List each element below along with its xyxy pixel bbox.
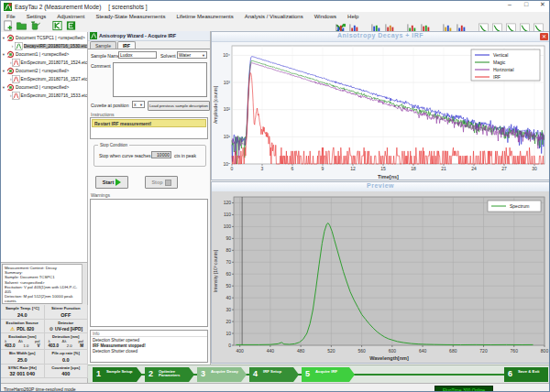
decay-analysis-icon-2[interactable]	[491, 21, 503, 32]
wizard-step-2[interactable]: 2Optimize Parameters	[145, 367, 194, 382]
step-number: 6	[508, 369, 512, 378]
cuvette-position-label: Cuvette at position	[91, 103, 128, 108]
step-number: 3	[201, 369, 205, 378]
sample-temp-field: Sample Temp. [°C] 24.0	[1, 305, 45, 319]
parameter-grid: Sample Temp. [°C] 24.0 Stirrer Function …	[1, 305, 88, 378]
close-button[interactable]: ✕	[538, 1, 547, 8]
stop-counts-input[interactable]	[151, 151, 171, 158]
menu-item-help[interactable]: Help	[342, 14, 364, 19]
detector-icon: ⚙	[49, 326, 52, 332]
preview-chart-svg: 4004404805205606006406807207608000102030…	[212, 191, 549, 363]
wizard-step-4[interactable]: 4IRF Setup	[249, 367, 299, 382]
step-label: IRF Setup	[263, 370, 294, 375]
device-mode-status: TimeHarp260P time-resolved mode	[4, 387, 76, 392]
minimize-button[interactable]: –	[505, 1, 514, 8]
wizard-title: Anisotropy Wizard - Acquire IRF	[99, 33, 176, 38]
detector-field: Detector ⚙UV-red [HPD]	[45, 320, 89, 333]
decay-analysis-icon-5[interactable]	[533, 21, 544, 32]
wizard-step-1[interactable]: 1Sample Setup	[93, 367, 142, 382]
svg-text:Vertical: Vertical	[493, 52, 508, 58]
svg-text:640: 640	[419, 348, 427, 354]
sample-name-input[interactable]	[118, 51, 157, 59]
countrate-field: Countrate [cps] 400	[45, 365, 89, 378]
trace-histogram-icon-3[interactable]	[370, 21, 382, 32]
instructions-box: Restart IRF measurement!	[90, 117, 208, 139]
svg-text:6: 6	[292, 166, 294, 171]
tree-file-1-0[interactable]: ›EmSpectrum_20180716_1524.etc	[1, 59, 87, 67]
menu-item-lifetime-measurements[interactable]: Lifetime Measurements	[170, 14, 238, 19]
window-layout-icon[interactable]	[51, 18, 63, 29]
bin-width-field: Bin Width [ps] 25.0	[1, 350, 45, 364]
open-document-icon[interactable]	[16, 18, 28, 29]
status-bar: TimeHarp260P time-resolved mode FluoTime…	[1, 383, 550, 392]
tab-sample[interactable]: Sample	[90, 41, 116, 49]
svg-text:10⁰: 10⁰	[223, 161, 230, 167]
solvent-dropdown[interactable]: Water▼	[177, 51, 207, 59]
menu-item-windows[interactable]: Windows	[309, 14, 342, 19]
load-previous-sample-button[interactable]: Load previous sample description	[148, 101, 210, 111]
stop-condition-unit: cts in peak	[174, 153, 196, 158]
stop-condition-label: Stop Condition	[98, 143, 129, 147]
warning-icon: ⚠	[10, 326, 15, 332]
tab-irf[interactable]: IRF	[117, 41, 136, 49]
cuvette-position-dropdown[interactable]: x▼	[132, 101, 145, 108]
menu-item-analysis-visualizations[interactable]: Analysis / Visualizations	[239, 14, 309, 19]
document-icon	[6, 67, 15, 75]
info-box: Info Detection Shutter openedIRF Measure…	[90, 330, 208, 363]
wizard-step-5[interactable]: 5Acquire IRF	[302, 367, 355, 382]
tree-document-1[interactable]: ▾Document1 | <unspecified>	[1, 50, 87, 59]
trace-histogram-icon-8[interactable]	[456, 21, 468, 32]
measurement-mode-icon[interactable]	[65, 18, 77, 29]
wizard-body: Sample Name Solvent Water▼ Comment Cuvet…	[88, 49, 210, 365]
wizard-step-6[interactable]: 6Save & Exit	[504, 367, 548, 382]
maximize-button[interactable]: □	[522, 1, 531, 8]
decay-analysis-icon-4[interactable]	[519, 21, 531, 32]
stop-button[interactable]: Stop	[145, 176, 178, 189]
start-button[interactable]: Start	[95, 176, 128, 189]
trace-histogram-icon-4[interactable]	[384, 21, 396, 32]
svg-text:15: 15	[380, 166, 386, 171]
document-label: Document1 | <unspecified>	[16, 52, 69, 57]
chart-close-icon[interactable]: ✕	[540, 33, 548, 40]
decay-chart[interactable]: 10⁰10¹10²10³10⁴036912151821242730Time[ns…	[212, 42, 549, 184]
summary-scrollbar[interactable]	[82, 264, 86, 304]
preview-chart-panel: Preview 40044048052056060064068072076080…	[211, 181, 550, 364]
svg-text:0: 0	[231, 166, 234, 171]
tree-document-2[interactable]: ▾Document2 | <unspecified>	[1, 67, 87, 75]
file-label: Decay+IRF_20180716_1530.etc	[24, 44, 87, 49]
decay-chart-svg: 10⁰10¹10²10³10⁴036912151821242730Time[ns…	[212, 42, 549, 180]
trace-histogram-icon-1[interactable]	[335, 21, 346, 32]
tree-file-0-0[interactable]: ›Decay+IRF_20180716_1530.etc	[1, 42, 87, 50]
wizard-icon	[90, 32, 97, 39]
step-number: 5	[305, 369, 310, 378]
trace-histogram-icon-7[interactable]	[442, 21, 454, 32]
wizard-step-3[interactable]: 3Acquire Decay	[197, 367, 247, 382]
summary-line: Excitation: V pol 403(1)nm with LDH-P-C-…	[5, 285, 80, 294]
tree-document-3[interactable]: ▾Document3 | <unspecified>	[1, 83, 87, 92]
window-title: EasyTau 2 (Measurement Mode)	[15, 4, 101, 10]
window-subtitle: [ screenshots ]	[108, 4, 147, 10]
tree-file-2-0[interactable]: ›EmSpectrum_20180716_1527.etc	[1, 75, 87, 83]
stop-icon	[165, 180, 171, 186]
svg-text:110: 110	[224, 212, 231, 217]
summary-line: Detection: M pol 512(2)nm 10000 peak cou…	[5, 294, 80, 303]
tree-file-3-0[interactable]: ›EmSpectrum_20180716_1533.etc	[1, 92, 87, 100]
trace-histogram-icon-6[interactable]	[420, 21, 432, 32]
warnings-box	[90, 199, 208, 327]
step-label: Optimize Parameters	[159, 370, 190, 378]
decay-analysis-icon-3[interactable]	[505, 21, 517, 32]
step-number: 4	[253, 369, 258, 378]
save-document-icon[interactable]	[29, 18, 41, 29]
decay-analysis-icon-1[interactable]	[478, 21, 490, 32]
preview-chart[interactable]: 4004404805205606006406807207608000102030…	[212, 191, 549, 366]
solvent-label: Solvent	[160, 53, 176, 59]
svg-text:30: 30	[226, 307, 231, 312]
document-icon	[6, 34, 15, 42]
trace-histogram-icon-2[interactable]	[348, 21, 360, 32]
comment-textarea[interactable]	[113, 62, 207, 97]
menu-item-steady-state-measurements[interactable]: Steady-State Measurements	[90, 14, 170, 19]
trace-histogram-icon-5[interactable]	[406, 21, 418, 32]
new-document-icon[interactable]	[2, 18, 14, 29]
svg-text:12: 12	[350, 166, 356, 171]
tree-document-0[interactable]: ▾Document TCSPC1 | <unspecified>	[1, 34, 87, 42]
